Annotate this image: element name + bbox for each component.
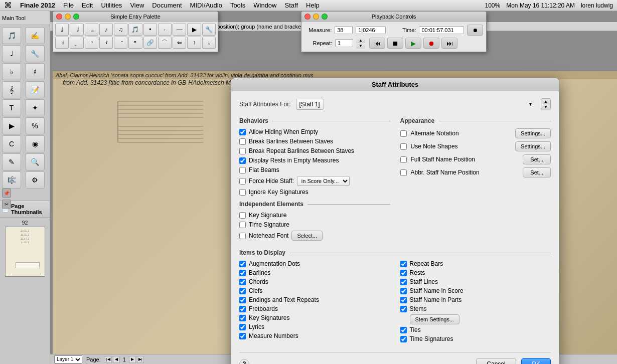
alternate-notation-settings-btn[interactable]: Settings... <box>515 128 551 138</box>
repeat-bars-checkbox[interactable] <box>400 261 407 267</box>
staff-for-select[interactable]: [Staff 1] <box>296 99 324 110</box>
lyrics-label: Lyrics <box>249 323 264 330</box>
chords-checkbox[interactable] <box>239 279 246 285</box>
abbr-staff-name-checkbox[interactable] <box>400 169 407 176</box>
dialog-title: Staff Attributes <box>372 81 418 88</box>
clefs-checkbox[interactable] <box>239 288 246 294</box>
help-button[interactable]: ? <box>239 359 249 364</box>
break-repeat-label: Break Repeat Barlines Between Staves <box>249 147 354 154</box>
item-key-signatures: Key Signatures <box>239 314 390 321</box>
break-repeat-checkbox[interactable] <box>239 148 246 154</box>
time-sig-row: Time Signature <box>239 221 390 228</box>
full-staff-name-checkbox[interactable] <box>400 156 407 163</box>
stem-settings-btn[interactable]: Stem Settings... <box>410 314 460 324</box>
abbr-staff-name-set-btn[interactable]: Set... <box>523 167 551 177</box>
measure-numbers-checkbox[interactable] <box>239 333 246 339</box>
use-note-shapes-checkbox[interactable] <box>400 143 407 150</box>
item-staff-name-parts: Staff Name in Parts <box>400 296 551 303</box>
staff-stepper-up[interactable]: ▲ <box>541 99 550 104</box>
item-ties: Ties <box>400 326 551 333</box>
items-right-col: Repeat Bars Rests Staff Lines Staff <box>400 260 551 344</box>
augmentation-dots-checkbox[interactable] <box>239 261 246 267</box>
item-staff-name-score: Staff Name in Score <box>400 287 551 294</box>
staff-for-stepper: ▲ ▼ <box>541 98 551 110</box>
key-sig-checkbox[interactable] <box>239 212 246 219</box>
ignore-key-checkbox[interactable] <box>239 189 246 196</box>
break-barlines-checkbox[interactable] <box>239 138 246 145</box>
items-label: Items to Display <box>239 249 285 256</box>
endings-text-repeats-checkbox[interactable] <box>239 297 246 303</box>
cancel-button[interactable]: Cancel <box>476 358 516 364</box>
item-clefs: Clefs <box>239 287 390 294</box>
break-barlines-label: Break Barlines Between Staves <box>249 138 333 145</box>
independent-line <box>307 204 390 205</box>
staff-for-row: Staff Attributes For: [Staff 1] ▲ ▼ <box>239 98 551 110</box>
force-hide-checkbox[interactable] <box>239 178 246 185</box>
col-right: Appearance Alternate Notation Settings..… <box>400 117 551 243</box>
flat-beams-label: Flat Beams <box>249 166 279 173</box>
item-endings-text-repeats: Endings and Text Repeats <box>239 296 390 303</box>
behaviors-section-title: Behaviors <box>239 117 390 124</box>
flat-beams-checkbox[interactable] <box>239 167 246 173</box>
barlines-label: Barlines <box>249 269 270 276</box>
measure-numbers-label: Measure Numbers <box>249 332 298 339</box>
force-hide-label: Force Hide Staff: <box>249 177 294 185</box>
items-section-title: Items to Display <box>239 249 551 256</box>
alternate-notation-checkbox[interactable] <box>400 130 407 137</box>
notehead-font-label: Notehead Font <box>249 232 288 239</box>
key-signatures-label: Key Signatures <box>249 314 289 321</box>
allow-hiding-label: Allow Hiding When Empty <box>249 128 318 135</box>
key-sig-row: Key Signature <box>239 212 390 219</box>
staff-name-parts-checkbox[interactable] <box>400 297 407 303</box>
behaviors-label: Behaviors <box>239 117 268 124</box>
stems-checkbox[interactable] <box>400 306 407 312</box>
force-hide-select[interactable]: in Score Only... <box>297 176 350 186</box>
dialog-footer: ? Cancel OK <box>239 352 551 364</box>
endings-text-repeats-label: Endings and Text Repeats <box>249 296 319 303</box>
dialog-body: Staff Attributes For: [Staff 1] ▲ ▼ <box>231 91 559 364</box>
ignore-key-row: Ignore Key Signatures <box>239 189 390 196</box>
dialog-titlebar: Staff Attributes <box>231 78 559 91</box>
use-note-shapes-settings-btn[interactable]: Settings... <box>515 141 551 151</box>
appearance-line <box>438 121 551 121</box>
time-signatures-checkbox[interactable] <box>400 336 407 342</box>
notehead-font-checkbox[interactable] <box>239 233 246 239</box>
display-rests-checkbox[interactable] <box>239 157 246 164</box>
item-chords: Chords <box>239 278 390 285</box>
repeat-bars-label: Repeat Bars <box>410 260 443 267</box>
behaviors-line <box>272 121 390 121</box>
staff-name-score-checkbox[interactable] <box>400 288 407 294</box>
rests-checkbox[interactable] <box>400 270 407 276</box>
barlines-checkbox[interactable] <box>239 270 246 276</box>
help-btn-wrapper: ? <box>239 358 249 364</box>
item-measure-numbers: Measure Numbers <box>239 332 390 339</box>
display-rests-row: Display Rests in Empty Measures <box>239 157 390 164</box>
staff-lines-checkbox[interactable] <box>400 279 407 285</box>
ok-button[interactable]: OK <box>521 358 551 364</box>
full-staff-name-row: Full Staff Name Position Set... <box>400 154 551 164</box>
time-sig-checkbox[interactable] <box>239 222 246 228</box>
key-signatures-checkbox[interactable] <box>239 315 246 321</box>
independent-label: Independent Elements <box>239 201 303 208</box>
break-barlines-row: Break Barlines Between Staves <box>239 138 390 145</box>
item-lyrics: Lyrics <box>239 323 390 330</box>
flat-beams-row: Flat Beams <box>239 166 390 173</box>
time-signatures-label: Time Signatures <box>410 335 453 342</box>
stems-label: Stems <box>410 305 427 312</box>
force-hide-row: Force Hide Staff: in Score Only... <box>239 176 390 186</box>
fretboards-checkbox[interactable] <box>239 306 246 312</box>
full-staff-name-set-btn[interactable]: Set... <box>523 154 551 164</box>
items-left-col: Augmentation Dots Barlines Chords C <box>239 260 390 344</box>
allow-hiding-checkbox[interactable] <box>239 129 246 135</box>
two-columns: Behaviors Allow Hiding When Empty Break … <box>239 117 551 243</box>
alternate-notation-label: Alternate Notation <box>411 130 512 137</box>
lyrics-checkbox[interactable] <box>239 324 246 330</box>
ties-checkbox[interactable] <box>400 327 407 333</box>
item-augmentation-dots: Augmentation Dots <box>239 260 390 267</box>
item-barlines: Barlines <box>239 269 390 276</box>
display-rests-label: Display Rests in Empty Measures <box>249 157 339 164</box>
staff-name-parts-label: Staff Name in Parts <box>410 296 462 303</box>
staff-stepper-down[interactable]: ▼ <box>541 104 550 110</box>
use-note-shapes-label: Use Note Shapes <box>411 143 512 150</box>
select-btn[interactable]: Select... <box>291 231 323 241</box>
